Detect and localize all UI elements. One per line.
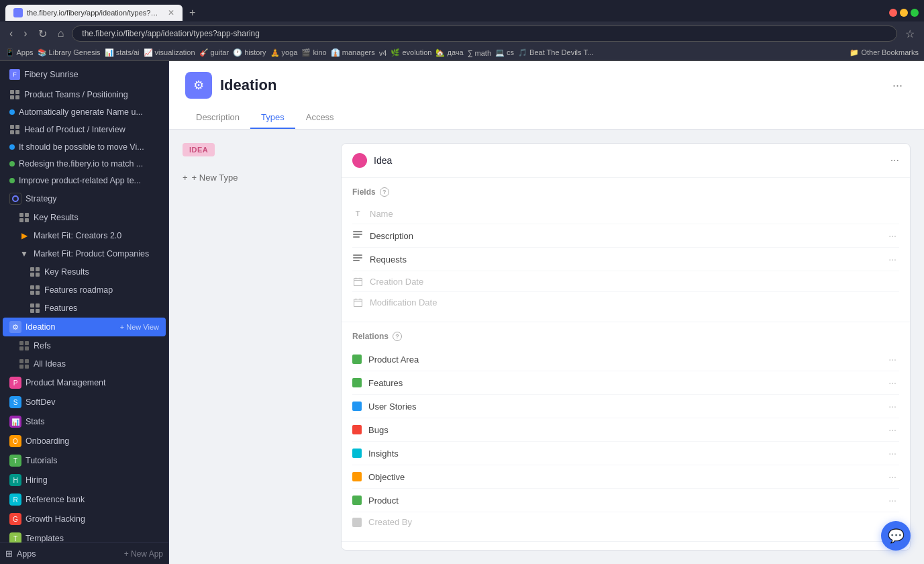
bookmark-cs[interactable]: 💻 cs <box>495 48 514 57</box>
sidebar-item-all-ideas[interactable]: All Ideas <box>3 355 166 373</box>
bookmark-beat[interactable]: 🎵 Beat The Devils T... <box>518 48 593 57</box>
bookmark-math[interactable]: ∑ math <box>468 49 491 57</box>
page-menu-button[interactable]: ··· <box>887 76 908 95</box>
field-description-more[interactable]: ··· <box>886 229 899 242</box>
close-icon[interactable]: ✕ <box>168 8 174 17</box>
bookmark-managers[interactable]: 👔 managers <box>331 48 375 57</box>
new-type-button[interactable]: + + New Type <box>183 166 330 189</box>
user-stories-icon <box>352 402 362 411</box>
bookmark-v4[interactable]: v4 <box>379 49 387 57</box>
relation-bugs-more[interactable]: ··· <box>886 423 899 436</box>
sidebar-item-it-should[interactable]: It should be possible to move Vi... <box>3 139 166 155</box>
relation-objective-more[interactable]: ··· <box>886 470 899 483</box>
bookmark-dacha[interactable]: 🏡 дача <box>435 48 463 57</box>
sidebar-item-onboarding[interactable]: O Onboarding <box>3 432 166 451</box>
maximize-icon[interactable] <box>911 9 919 17</box>
sidebar-item-stats[interactable]: 📊 Stats <box>3 412 166 431</box>
sidebar-content: F Fibery Sunrise Product Teams / Positio… <box>0 61 168 543</box>
tab-access[interactable]: Access <box>295 107 345 129</box>
sidebar-item-key-results-2[interactable]: Key Results <box>3 263 166 281</box>
field-row-requests: Requests ··· <box>352 248 899 271</box>
idea-type-badge[interactable]: IDEA <box>183 143 215 156</box>
grid-icon-key-results-1 <box>19 212 30 223</box>
sidebar-item-growth-hacking[interactable]: G Growth Hacking <box>3 510 166 528</box>
sidebar-item-hiring[interactable]: H Hiring <box>3 471 166 489</box>
sidebar-item-refs[interactable]: Refs <box>3 337 166 355</box>
sidebar-item-auto-generate[interactable]: Automatically generate Name u... <box>3 104 166 120</box>
sidebar-item-fibery-sunrise[interactable]: F Fibery Sunrise <box>3 64 166 85</box>
field-row-features-relation: Features ··· <box>352 371 899 395</box>
bookmark-icon[interactable]: ☆ <box>903 26 917 42</box>
new-view-button[interactable]: + New View <box>120 323 159 331</box>
product-teams-label: Product Teams / Positioning <box>24 90 159 99</box>
fields-help-icon[interactable]: ? <box>380 187 389 197</box>
sidebar-item-head-of-product[interactable]: Head of Product / Interview <box>3 121 166 138</box>
home-button[interactable]: ⌂ <box>55 26 67 41</box>
new-type-label: + New Type <box>192 173 238 183</box>
sidebar-item-features-roadmap[interactable]: Features roadmap <box>3 281 166 299</box>
bookmark-other[interactable]: 📁 Other Bookmarks <box>850 48 919 57</box>
active-tab[interactable]: the.fibery.io/fibery/app/ideation/types?… <box>5 5 183 21</box>
stats-label: Stats <box>25 417 159 426</box>
refresh-button[interactable]: ↻ <box>36 26 50 42</box>
sidebar-item-market-creators[interactable]: ▶ Market Fit: Creators 2.0 <box>3 227 166 244</box>
refs-label: Refs <box>34 341 159 350</box>
sidebar-item-reference-bank[interactable]: R Reference bank <box>3 490 166 509</box>
relation-product-more[interactable]: ··· <box>886 493 899 507</box>
chat-fab-button[interactable]: 💬 <box>881 521 911 551</box>
features-label: Features <box>44 303 159 313</box>
minimize-icon[interactable] <box>900 9 908 17</box>
close-window-icon[interactable] <box>889 9 897 17</box>
sidebar-item-product-management[interactable]: P Product Management <box>3 373 166 392</box>
idea-name-input[interactable] <box>374 155 884 166</box>
bookmark-guitar[interactable]: 🎸 guitar <box>199 48 229 57</box>
insights-icon <box>352 449 362 458</box>
bookmark-stats[interactable]: 📊 stats/ai <box>105 48 140 57</box>
tab-description[interactable]: Description <box>185 107 250 129</box>
bookmark-apps[interactable]: 📱 Apps <box>5 48 34 57</box>
bookmark-libgen[interactable]: 📚 Library Genesis <box>38 48 101 57</box>
relation-product-label: Product <box>368 496 879 506</box>
bookmark-yoga[interactable]: 🧘 yoga <box>270 48 298 57</box>
sidebar-item-market-product[interactable]: ▼ Market Fit: Product Companies <box>3 245 166 263</box>
back-button[interactable]: ‹ <box>7 26 15 41</box>
forward-button[interactable]: › <box>21 26 30 41</box>
relation-user-stories-label: User Stories <box>368 402 879 412</box>
bookmark-kino[interactable]: 🎬 kino <box>301 48 326 57</box>
market-product-label: Market Fit: Product Companies <box>34 249 159 258</box>
relation-user-stories-more[interactable]: ··· <box>886 399 899 413</box>
bookmark-viz[interactable]: 📈 visualization <box>144 48 195 57</box>
sidebar-item-product-teams[interactable]: Product Teams / Positioning <box>3 86 166 103</box>
sidebar-item-key-results-1[interactable]: Key Results <box>3 209 166 226</box>
bookmark-evolution[interactable]: 🌿 evolution <box>391 48 431 57</box>
sidebar-item-templates[interactable]: T Templates <box>3 529 166 543</box>
relations-help-icon[interactable]: ? <box>393 332 402 341</box>
field-requests-more[interactable]: ··· <box>886 252 899 266</box>
relation-insights-more[interactable]: ··· <box>886 446 899 460</box>
strategy-icon <box>9 193 21 205</box>
apps-button[interactable]: ⊞ Apps <box>5 549 36 559</box>
sidebar-item-tutorials[interactable]: T Tutorials <box>3 451 166 470</box>
tab-types[interactable]: Types <box>250 107 295 129</box>
svg-rect-37 <box>353 260 360 261</box>
idea-more-button[interactable]: ··· <box>890 154 899 167</box>
tab-bar: the.fibery.io/fibery/app/ideation/types?… <box>0 0 924 21</box>
sidebar-item-ideation[interactable]: ⚙ Ideation + New View <box>3 318 166 336</box>
url-input[interactable] <box>72 26 897 42</box>
svg-rect-29 <box>25 359 29 363</box>
sidebar-item-improve-product[interactable]: Improve product-related App te... <box>3 173 166 189</box>
sidebar-item-softdev[interactable]: S SoftDev <box>3 393 166 412</box>
grid-icon-features <box>30 303 40 314</box>
bookmark-history[interactable]: 🕐 history <box>233 48 266 57</box>
svg-rect-2 <box>10 95 14 99</box>
new-tab-button[interactable]: + <box>184 4 201 21</box>
sidebar-item-redesign[interactable]: Redesign the.fibery.io to match ... <box>3 156 166 172</box>
features-roadmap-label: Features roadmap <box>44 285 159 295</box>
sidebar-item-strategy[interactable]: Strategy <box>3 189 166 208</box>
relation-product-area-more[interactable]: ··· <box>886 352 899 366</box>
relation-features-more[interactable]: ··· <box>886 376 899 389</box>
svg-rect-34 <box>353 236 360 238</box>
sidebar-item-features[interactable]: Features <box>3 299 166 317</box>
grid-icon-features-roadmap <box>30 285 40 295</box>
new-app-button[interactable]: + New App <box>124 549 163 559</box>
